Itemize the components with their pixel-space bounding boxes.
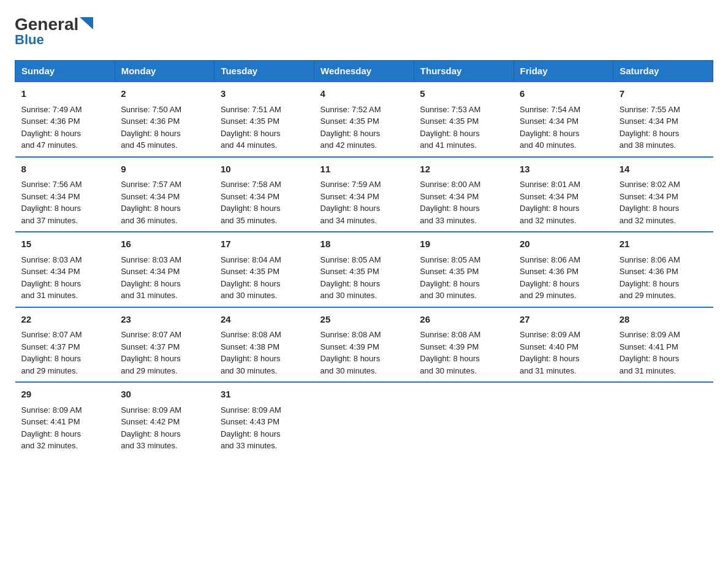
day-cell: 31Sunrise: 8:09 AMSunset: 4:43 PMDayligh… [214, 382, 314, 457]
logo-blue-text: Blue [15, 32, 44, 48]
day-info: Sunrise: 7:51 AMSunset: 4:35 PMDaylight:… [221, 105, 281, 150]
day-number: 4 [320, 87, 408, 101]
day-info: Sunrise: 8:01 AMSunset: 4:34 PMDaylight:… [520, 180, 580, 225]
day-info: Sunrise: 8:00 AMSunset: 4:34 PMDaylight:… [420, 180, 480, 225]
day-info: Sunrise: 8:09 AMSunset: 4:40 PMDaylight:… [520, 330, 580, 375]
day-number: 22 [21, 313, 109, 327]
day-info: Sunrise: 7:59 AMSunset: 4:34 PMDaylight:… [320, 180, 381, 225]
day-cell: 16Sunrise: 8:03 AMSunset: 4:34 PMDayligh… [115, 232, 214, 307]
day-number: 3 [221, 87, 308, 101]
day-info: Sunrise: 8:06 AMSunset: 4:36 PMDaylight:… [620, 255, 680, 301]
day-info: Sunrise: 8:05 AMSunset: 4:35 PMDaylight:… [420, 255, 480, 301]
day-number: 1 [21, 87, 109, 101]
weekday-header-wednesday: Wednesday [314, 61, 414, 82]
week-row-2: 8Sunrise: 7:56 AMSunset: 4:34 PMDaylight… [15, 157, 713, 232]
day-number: 9 [121, 163, 208, 177]
weekday-header-row: SundayMondayTuesdayWednesdayThursdayFrid… [15, 61, 713, 82]
svg-marker-0 [80, 17, 93, 29]
day-cell: 21Sunrise: 8:06 AMSunset: 4:36 PMDayligh… [613, 232, 713, 307]
day-cell: 17Sunrise: 8:04 AMSunset: 4:35 PMDayligh… [214, 232, 314, 307]
day-number: 25 [320, 313, 408, 327]
day-number: 26 [420, 313, 507, 327]
day-info: Sunrise: 8:05 AMSunset: 4:35 PMDaylight:… [320, 255, 381, 301]
day-info: Sunrise: 7:54 AMSunset: 4:34 PMDaylight:… [520, 105, 580, 150]
weekday-header-sunday: Sunday [15, 61, 115, 82]
day-number: 19 [420, 237, 507, 251]
day-cell: 11Sunrise: 7:59 AMSunset: 4:34 PMDayligh… [314, 157, 414, 232]
day-number: 5 [420, 87, 507, 101]
weekday-header-monday: Monday [115, 61, 214, 82]
week-row-4: 22Sunrise: 8:07 AMSunset: 4:37 PMDayligh… [15, 307, 713, 383]
day-info: Sunrise: 7:53 AMSunset: 4:35 PMDaylight:… [420, 105, 480, 150]
week-row-1: 1Sunrise: 7:49 AMSunset: 4:36 PMDaylight… [15, 82, 713, 157]
day-cell: 28Sunrise: 8:09 AMSunset: 4:41 PMDayligh… [613, 307, 713, 383]
day-info: Sunrise: 8:03 AMSunset: 4:34 PMDaylight:… [21, 255, 82, 301]
day-number: 17 [221, 237, 308, 251]
day-number: 18 [320, 237, 408, 251]
day-cell [613, 382, 713, 457]
day-cell: 24Sunrise: 8:08 AMSunset: 4:38 PMDayligh… [214, 307, 314, 383]
day-cell: 20Sunrise: 8:06 AMSunset: 4:36 PMDayligh… [514, 232, 613, 307]
day-cell: 19Sunrise: 8:05 AMSunset: 4:35 PMDayligh… [414, 232, 514, 307]
day-cell: 8Sunrise: 7:56 AMSunset: 4:34 PMDaylight… [15, 157, 115, 232]
day-info: Sunrise: 8:02 AMSunset: 4:34 PMDaylight:… [620, 180, 680, 225]
day-cell: 3Sunrise: 7:51 AMSunset: 4:35 PMDaylight… [214, 82, 314, 157]
day-number: 15 [21, 237, 109, 251]
day-info: Sunrise: 8:03 AMSunset: 4:34 PMDaylight:… [121, 255, 181, 301]
logo-triangle-icon [80, 17, 93, 29]
day-info: Sunrise: 8:09 AMSunset: 4:41 PMDaylight:… [21, 405, 82, 451]
day-number: 8 [21, 163, 109, 177]
day-cell: 29Sunrise: 8:09 AMSunset: 4:41 PMDayligh… [15, 382, 115, 457]
day-number: 23 [121, 313, 208, 327]
week-row-5: 29Sunrise: 8:09 AMSunset: 4:41 PMDayligh… [15, 382, 713, 457]
day-number: 30 [121, 388, 208, 402]
day-info: Sunrise: 7:49 AMSunset: 4:36 PMDaylight:… [21, 105, 82, 150]
day-info: Sunrise: 8:08 AMSunset: 4:38 PMDaylight:… [221, 330, 281, 375]
day-cell: 15Sunrise: 8:03 AMSunset: 4:34 PMDayligh… [15, 232, 115, 307]
day-cell: 9Sunrise: 7:57 AMSunset: 4:34 PMDaylight… [115, 157, 214, 232]
day-cell [514, 382, 613, 457]
day-info: Sunrise: 8:07 AMSunset: 4:37 PMDaylight:… [121, 330, 181, 375]
day-cell: 1Sunrise: 7:49 AMSunset: 4:36 PMDaylight… [15, 82, 115, 157]
logo: General Blue [15, 15, 93, 48]
day-cell [314, 382, 414, 457]
day-info: Sunrise: 8:09 AMSunset: 4:43 PMDaylight:… [221, 405, 281, 451]
day-cell: 25Sunrise: 8:08 AMSunset: 4:39 PMDayligh… [314, 307, 414, 383]
day-cell: 14Sunrise: 8:02 AMSunset: 4:34 PMDayligh… [613, 157, 713, 232]
day-cell: 6Sunrise: 7:54 AMSunset: 4:34 PMDaylight… [514, 82, 613, 157]
day-number: 2 [121, 87, 208, 101]
day-number: 24 [221, 313, 308, 327]
day-info: Sunrise: 7:56 AMSunset: 4:34 PMDaylight:… [21, 180, 82, 225]
calendar-table: SundayMondayTuesdayWednesdayThursdayFrid… [15, 60, 713, 457]
day-cell: 2Sunrise: 7:50 AMSunset: 4:36 PMDaylight… [115, 82, 214, 157]
day-info: Sunrise: 7:52 AMSunset: 4:35 PMDaylight:… [320, 105, 381, 150]
day-info: Sunrise: 7:58 AMSunset: 4:34 PMDaylight:… [221, 180, 281, 225]
day-info: Sunrise: 8:09 AMSunset: 4:42 PMDaylight:… [121, 405, 181, 451]
day-info: Sunrise: 8:07 AMSunset: 4:37 PMDaylight:… [21, 330, 82, 375]
day-number: 21 [620, 237, 707, 251]
weekday-header-saturday: Saturday [613, 61, 713, 82]
day-number: 28 [620, 313, 707, 327]
day-number: 7 [620, 87, 707, 101]
day-cell: 7Sunrise: 7:55 AMSunset: 4:34 PMDaylight… [613, 82, 713, 157]
week-row-3: 15Sunrise: 8:03 AMSunset: 4:34 PMDayligh… [15, 232, 713, 307]
weekday-header-thursday: Thursday [414, 61, 514, 82]
day-cell: 30Sunrise: 8:09 AMSunset: 4:42 PMDayligh… [115, 382, 214, 457]
weekday-header-friday: Friday [514, 61, 613, 82]
day-info: Sunrise: 7:55 AMSunset: 4:34 PMDaylight:… [620, 105, 680, 150]
day-number: 29 [21, 388, 109, 402]
day-number: 12 [420, 163, 507, 177]
day-info: Sunrise: 7:57 AMSunset: 4:34 PMDaylight:… [121, 180, 181, 225]
day-info: Sunrise: 8:08 AMSunset: 4:39 PMDaylight:… [420, 330, 480, 375]
day-cell: 10Sunrise: 7:58 AMSunset: 4:34 PMDayligh… [214, 157, 314, 232]
day-number: 20 [520, 237, 607, 251]
day-cell: 12Sunrise: 8:00 AMSunset: 4:34 PMDayligh… [414, 157, 514, 232]
day-number: 31 [221, 388, 308, 402]
day-info: Sunrise: 8:09 AMSunset: 4:41 PMDaylight:… [620, 330, 680, 375]
header: General Blue [15, 15, 713, 48]
day-cell: 23Sunrise: 8:07 AMSunset: 4:37 PMDayligh… [115, 307, 214, 383]
day-number: 6 [520, 87, 607, 101]
day-cell: 13Sunrise: 8:01 AMSunset: 4:34 PMDayligh… [514, 157, 613, 232]
day-number: 27 [520, 313, 607, 327]
day-cell: 22Sunrise: 8:07 AMSunset: 4:37 PMDayligh… [15, 307, 115, 383]
